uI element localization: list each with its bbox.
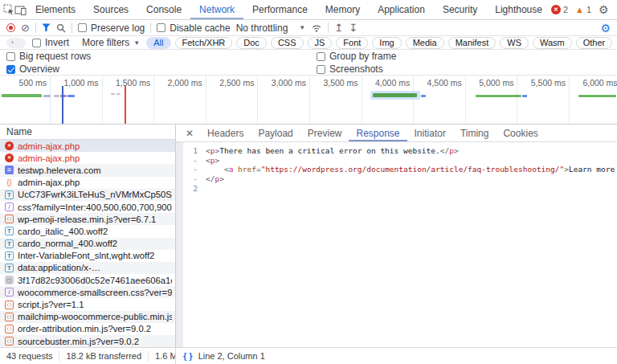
request-row[interactable]: TUcC73FwrK3iLTeHuS_nVMrMxCp50SjIa1ZL7W… — [0, 189, 175, 201]
filter-chip-media[interactable]: Media — [406, 37, 444, 49]
request-row[interactable]: {}admin-ajax.php — [0, 177, 175, 189]
error-icon: ✕ — [5, 141, 14, 150]
request-row[interactable]: ( )script.js?ver=1.1 — [0, 298, 175, 310]
record-button[interactable] — [6, 23, 15, 32]
tab-lighthouse[interactable]: Lighthouse — [486, 0, 551, 19]
script-icon: ( ) — [5, 325, 14, 333]
tab-console[interactable]: Console — [137, 0, 190, 19]
tab-preview[interactable]: Preview — [300, 125, 349, 141]
network-conditions-icon[interactable] — [311, 23, 322, 33]
timeline-bar — [54, 95, 59, 97]
preserve-log-checkbox[interactable]: Preserve log — [78, 22, 145, 34]
request-row[interactable]: Tcardo_normal_400.woff2 — [0, 238, 175, 250]
screenshots-checkbox[interactable]: Screenshots — [317, 63, 617, 75]
tab-sources[interactable]: Sources — [84, 0, 137, 19]
tab-memory[interactable]: Memory — [317, 0, 369, 19]
checkbox[interactable] — [317, 52, 325, 61]
filter-chip-other[interactable]: Other — [576, 37, 613, 49]
filter-chip-fetch-xhr[interactable]: Fetch/XHR — [175, 37, 233, 49]
close-detail-icon[interactable]: ✕ — [176, 125, 200, 141]
tab-headers[interactable]: Headers — [200, 125, 251, 141]
filter-chip-font[interactable]: Font — [336, 37, 368, 49]
tab-initiator[interactable]: Initiator — [407, 125, 453, 141]
document-icon: ≡ — [5, 166, 14, 174]
timeline-bar — [43, 95, 51, 97]
checkbox[interactable] — [317, 65, 325, 74]
error-badge[interactable]: ✕2 — [551, 5, 568, 14]
timeline-tick-label: 4,000 ms — [357, 78, 410, 88]
request-row[interactable]: TInter-VariableFont_slnt,wght.woff2 — [0, 250, 175, 262]
export-har-icon[interactable]: ↧ — [349, 22, 358, 33]
request-row[interactable]: Tdata:application/x-… — [0, 262, 175, 274]
request-row[interactable]: ✕admin-ajax.php — [0, 152, 175, 164]
request-row[interactable]: ( )order-attribution.min.js?ver=9.0.2 — [0, 323, 175, 335]
more-filters-button[interactable]: More filters▼ — [82, 37, 140, 48]
filter-chip-doc[interactable]: Doc — [236, 37, 267, 49]
request-type-chips: AllFetch/XHRDocCSSJSFontImgMediaManifest… — [146, 37, 612, 49]
code-text: </p> — [206, 174, 617, 184]
request-row[interactable]: ( )mailchimp-woocommerce-public.min.js?v… — [0, 311, 175, 323]
tab-application[interactable]: Application — [369, 0, 434, 19]
request-row[interactable]: ≡testwp.helevera.com — [0, 164, 175, 176]
tab-response[interactable]: Response — [349, 125, 407, 141]
request-row[interactable]: /css?family=Inter:400,500,600,700,900&su… — [0, 201, 175, 213]
group-by-frame-checkbox[interactable]: Group by frame — [317, 51, 617, 62]
checkbox[interactable] — [6, 52, 15, 61]
format-icon[interactable]: { } — [183, 351, 193, 361]
request-name: 3f17d82c93006d0c52e7461aee606a1c?s=52… — [18, 276, 172, 285]
tab-payload[interactable]: Payload — [251, 125, 300, 141]
filter-chip-manifest[interactable]: Manifest — [448, 37, 496, 49]
filter-chip-css[interactable]: CSS — [271, 37, 304, 49]
tab-cookies[interactable]: Cookies — [496, 125, 545, 141]
filter-chip-wasm[interactable]: Wasm — [533, 37, 572, 49]
checkbox[interactable] — [78, 23, 87, 32]
filter-chip-img[interactable]: Img — [372, 37, 401, 49]
tab-performance[interactable]: Performance — [243, 0, 317, 19]
clear-button[interactable]: ⊘ — [21, 22, 30, 33]
network-filter-bar: Invert More filters▼ AllFetch/XHRDocCSSJ… — [0, 36, 617, 50]
filter-chip-ws[interactable]: WS — [500, 37, 529, 49]
font-icon: T — [5, 190, 14, 199]
network-overview-timeline[interactable]: 500 ms1,000 ms1,500 ms2,000 ms2,500 ms3,… — [0, 76, 617, 125]
tab-network[interactable]: Network — [190, 0, 243, 19]
network-settings-gear-icon[interactable]: ⚙ — [600, 22, 611, 35]
line-number: 2 — [183, 184, 206, 194]
inspect-element-icon[interactable] — [3, 0, 14, 19]
request-name: data:application/x-… — [18, 263, 172, 272]
disable-cache-checkbox[interactable]: Disable cache — [157, 22, 230, 34]
request-row[interactable]: ( )sourcebuster.min.js?ver=9.0.2 — [0, 335, 175, 347]
device-toolbar-icon[interactable] — [14, 0, 27, 19]
tab-timing[interactable]: Timing — [453, 125, 496, 141]
filter-chip-all[interactable]: All — [146, 37, 170, 49]
filter-input[interactable] — [17, 38, 21, 47]
request-row[interactable]: ( )wp-emoji-release.min.js?ver=6.7.1 — [0, 213, 175, 225]
throttling-select[interactable]: No throttling▼ — [236, 22, 306, 34]
name-column-header[interactable]: Name — [0, 125, 175, 140]
settings-gear-icon[interactable]: ⚙ — [599, 4, 609, 15]
filter-input-pill[interactable] — [6, 38, 26, 48]
tab-elements[interactable]: Elements — [27, 0, 84, 19]
checkbox[interactable] — [157, 23, 165, 32]
search-icon[interactable] — [56, 23, 66, 33]
checkbox[interactable] — [32, 39, 41, 47]
request-row[interactable]: Tcardo_italic_400.woff2 — [0, 225, 175, 237]
import-har-icon[interactable]: ↥ — [334, 22, 343, 33]
scroll-gutter[interactable] — [176, 142, 183, 347]
checkbox-checked[interactable] — [6, 65, 15, 74]
response-code-viewer[interactable]: 1<p>There has been a critical error on t… — [183, 142, 617, 347]
request-name: admin-ajax.php — [18, 153, 172, 163]
transferred-size: 18.2 kB transferred — [59, 351, 149, 362]
timeline-bar — [476, 95, 521, 97]
request-row[interactable]: /woocommerce-smallscreen.css?ver=9.0.2 — [0, 286, 175, 298]
warning-badge[interactable]: ▲1 — [575, 5, 591, 14]
request-row[interactable]: ✕admin-ajax.php — [0, 140, 175, 152]
filter-toggle-button[interactable] — [42, 23, 51, 32]
timeline-tick-label: 2,000 ms — [149, 78, 202, 88]
filter-chip-js[interactable]: JS — [308, 37, 333, 49]
resources-size: 1.6 MB resources — [149, 351, 176, 362]
tab-security[interactable]: Security — [434, 0, 486, 19]
overview-checkbox[interactable]: Overview — [6, 63, 317, 75]
request-row[interactable]: ◻3f17d82c93006d0c52e7461aee606a1c?s=52… — [0, 274, 175, 286]
invert-checkbox[interactable]: Invert — [32, 37, 69, 48]
big-request-rows-checkbox[interactable]: Big request rows — [6, 51, 317, 62]
